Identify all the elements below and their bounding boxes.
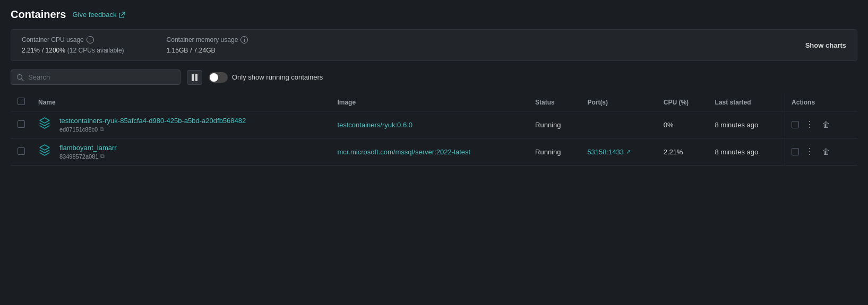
col-ports: Port(s): [581, 93, 657, 111]
cpu-label: Container CPU usage i: [22, 36, 124, 43]
memory-label: Container memory usage i: [167, 36, 248, 43]
container-name-link[interactable]: flamboyant_lamarr: [59, 144, 117, 152]
cpu-value: 0%: [664, 121, 674, 129]
select-all-header: [11, 93, 32, 111]
feedback-icon: [119, 12, 125, 18]
cpu-value: 2.21%: [664, 148, 683, 156]
feedback-link[interactable]: Give feedback: [72, 11, 125, 19]
stats-left: Container CPU usage i 2.21% / 1200% (12 …: [22, 36, 248, 54]
copy-icon[interactable]: ⧉: [100, 126, 104, 133]
col-last-started: Last started: [709, 93, 785, 111]
show-charts-button[interactable]: Show charts: [805, 41, 846, 49]
table-row: flamboyant_lamarr 83498572a081 ⧉ mcr.mic…: [11, 138, 857, 165]
more-options-button[interactable]: ⋮: [803, 119, 816, 130]
memory-value: 1.15GB / 7.24GB: [167, 46, 248, 54]
actions-cell: ⋮ 🗑: [792, 119, 851, 130]
external-link-icon: ↗: [626, 149, 631, 155]
row-checkbox-1[interactable]: [18, 147, 25, 155]
columns-button[interactable]: [187, 70, 202, 85]
search-input[interactable]: [28, 73, 175, 81]
port-link[interactable]: 53158:1433 ↗: [587, 148, 650, 156]
search-box: [11, 69, 181, 85]
delete-button[interactable]: 🗑: [820, 146, 832, 157]
containers-table: Name Image Status Port(s) CPU (%) Last s…: [11, 93, 857, 165]
container-id: ed07151c88c0 ⧉: [59, 126, 246, 133]
status-value: Running: [535, 121, 561, 129]
stats-bar: Container CPU usage i 2.21% / 1200% (12 …: [11, 29, 857, 61]
container-id: 83498572a081 ⧉: [59, 153, 117, 160]
select-all-checkbox[interactable]: [18, 98, 25, 105]
actions-cell: ⋮ 🗑: [792, 146, 851, 157]
col-name: Name: [32, 93, 331, 111]
container-name-link[interactable]: testcontainers-ryuk-85afcfa4-d980-425b-a…: [59, 117, 246, 125]
last-started: 8 minutes ago: [715, 121, 759, 129]
table-row: testcontainers-ryuk-85afcfa4-d980-425b-a…: [11, 111, 857, 138]
col-status: Status: [529, 93, 581, 111]
row-checkbox-0[interactable]: [18, 120, 25, 128]
search-icon: [16, 74, 24, 81]
status-value: Running: [535, 148, 561, 156]
image-link[interactable]: mcr.microsoft.com/mssql/server:2022-late…: [337, 148, 470, 156]
memory-info-icon[interactable]: i: [240, 36, 248, 43]
running-toggle[interactable]: [209, 72, 228, 83]
toggle-label: Only show running containers: [232, 73, 323, 81]
last-started: 8 minutes ago: [715, 148, 759, 156]
action-checkbox-0[interactable]: [792, 121, 799, 128]
col-actions: Actions: [785, 93, 857, 111]
cpu-info-icon[interactable]: i: [87, 36, 94, 43]
action-checkbox-1[interactable]: [792, 148, 799, 155]
table-header-row: Name Image Status Port(s) CPU (%) Last s…: [11, 93, 857, 111]
col-cpu: CPU (%): [657, 93, 709, 111]
container-icon: [38, 117, 51, 129]
container-icon: [38, 144, 51, 156]
col-image: Image: [331, 93, 529, 111]
cpu-stat-group: Container CPU usage i 2.21% / 1200% (12 …: [22, 36, 124, 54]
image-link[interactable]: testcontainers/ryuk:0.6.0: [337, 121, 412, 129]
toolbar: Only show running containers: [11, 69, 857, 85]
copy-icon[interactable]: ⧉: [100, 153, 105, 160]
more-options-button[interactable]: ⋮: [803, 146, 816, 157]
cpu-value: 2.21% / 1200% (12 CPUs available): [22, 46, 124, 54]
page-header: Containers Give feedback: [11, 8, 857, 21]
memory-stat-group: Container memory usage i 1.15GB / 7.24GB: [167, 36, 248, 54]
running-toggle-wrapper: Only show running containers: [209, 72, 323, 83]
svg-line-1: [22, 79, 24, 81]
page-title: Containers: [11, 8, 66, 21]
delete-button[interactable]: 🗑: [820, 119, 832, 130]
